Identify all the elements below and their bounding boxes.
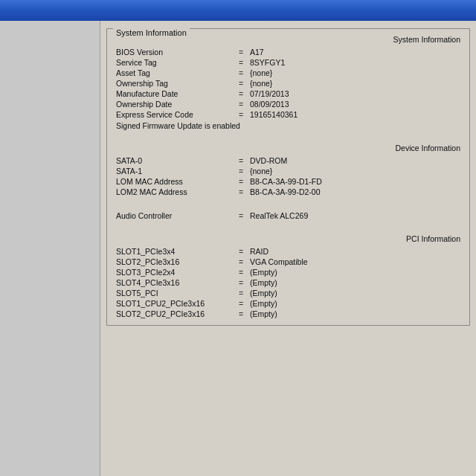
row-eq: = [234,109,248,120]
row-label: Ownership Date [115,99,234,109]
row-value: {none} [248,78,462,89]
row-eq: = [234,57,248,68]
row-eq: = [234,277,248,288]
table-row: Audio Controller=RealTek ALC269 [115,210,462,221]
row-eq: = [234,246,248,257]
table-row: SLOT2_CPU2_PCIe3x16=(Empty) [115,309,462,319]
row-eq: = [234,47,248,57]
row-eq: = [234,68,248,78]
row-value: (Empty) [248,298,462,309]
info-panel: System Information System Information BI… [106,28,470,326]
row-eq: = [234,309,248,319]
device-info-table: SATA-0=DVD-ROMSATA-1={none}LOM MAC Addre… [115,155,462,197]
row-eq: = [234,267,248,277]
row-value: {none} [248,166,462,176]
row-label: Ownership Tag [115,78,234,89]
row-value: VGA Compatible [248,257,462,267]
row-eq: = [234,99,248,109]
audio-info-table: Audio Controller=RealTek ALC269 [115,210,462,221]
row-label: SATA-0 [115,155,234,166]
table-row: Express Service Code=19165140361 [115,109,462,120]
row-value: RealTek ALC269 [248,210,462,221]
row-eq: = [234,155,248,166]
row-eq: = [234,257,248,267]
table-row: SLOT1_PCIe3x4=RAID [115,246,462,257]
row-eq: = [234,78,248,89]
row-value: B8-CA-3A-99-D1-FD [248,176,462,187]
row-value: 8SYFGY1 [248,57,462,68]
table-row: SLOT1_CPU2_PCIe3x16=(Empty) [115,298,462,309]
row-value: B8-CA-3A-99-D2-00 [248,187,462,197]
row-eq: = [234,298,248,309]
table-row: SATA-0=DVD-ROM [115,155,462,166]
table-row: SLOT2_PCIe3x16=VGA Compatible [115,257,462,267]
pci-info-table: SLOT1_PCIe3x4=RAIDSLOT2_PCIe3x16=VGA Com… [115,246,462,319]
divider-3 [115,221,462,234]
table-row: Asset Tag={none} [115,68,462,78]
row-eq: = [234,187,248,197]
row-label: BIOS Version [115,47,234,57]
row-label: SLOT4_PCIe3x16 [115,277,234,288]
row-value: 08/09/2013 [248,99,462,109]
row-value: {none} [248,68,462,78]
row-value: (Empty) [248,288,462,298]
row-label: LOM2 MAC Address [115,187,234,197]
row-label: SLOT3_PCIe2x4 [115,267,234,277]
divider-1 [115,130,462,144]
row-value: 07/19/2013 [248,89,462,99]
main-content: System Information System Information BI… [100,21,476,476]
row-value: A17 [248,47,462,57]
row-eq: = [234,288,248,298]
row-label: Manufacture Date [115,89,234,99]
row-eq: = [234,176,248,187]
system-info-table: BIOS Version=A17Service Tag=8SYFGY1Asset… [115,47,462,120]
table-row: SLOT3_PCIe2x4=(Empty) [115,267,462,277]
row-label: SLOT2_PCIe3x16 [115,257,234,267]
row-label: SLOT1_CPU2_PCIe3x16 [115,298,234,309]
screen: System Information System Information BI… [0,0,476,476]
row-value: (Empty) [248,267,462,277]
divider-2 [115,197,462,210]
table-row: Manufacture Date=07/19/2013 [115,89,462,99]
row-eq: = [234,210,248,221]
section-heading-pci: PCI Information [115,234,462,243]
table-row: Service Tag=8SYFGY1 [115,57,462,68]
row-label: SLOT5_PCI [115,288,234,298]
table-row: SLOT5_PCI=(Empty) [115,288,462,298]
left-panel [0,21,100,476]
table-row: SLOT4_PCIe3x16=(Empty) [115,277,462,288]
row-label: SLOT1_PCIe3x4 [115,246,234,257]
row-label: Service Tag [115,57,234,68]
table-row: LOM MAC Address=B8-CA-3A-99-D1-FD [115,176,462,187]
top-bar [0,0,476,21]
row-label: Audio Controller [115,210,234,221]
row-value: RAID [248,246,462,257]
row-label: SLOT2_CPU2_PCIe3x16 [115,309,234,319]
table-row: SATA-1={none} [115,166,462,176]
panel-title: System Information [113,28,190,37]
row-label: Asset Tag [115,68,234,78]
row-label: Express Service Code [115,109,234,120]
signed-firmware-text: Signed Firmware Update is enabled [115,121,462,130]
table-row: Ownership Date=08/09/2013 [115,99,462,109]
table-row: BIOS Version=A17 [115,47,462,57]
row-label: SATA-1 [115,166,234,176]
row-eq: = [234,89,248,99]
row-value: 19165140361 [248,109,462,120]
section-heading-device: Device Information [115,144,462,152]
row-value: DVD-ROM [248,155,462,166]
row-value: (Empty) [248,277,462,288]
table-row: LOM2 MAC Address=B8-CA-3A-99-D2-00 [115,187,462,197]
row-value: (Empty) [248,309,462,319]
table-row: Ownership Tag={none} [115,78,462,89]
row-eq: = [234,166,248,176]
row-label: LOM MAC Address [115,176,234,187]
